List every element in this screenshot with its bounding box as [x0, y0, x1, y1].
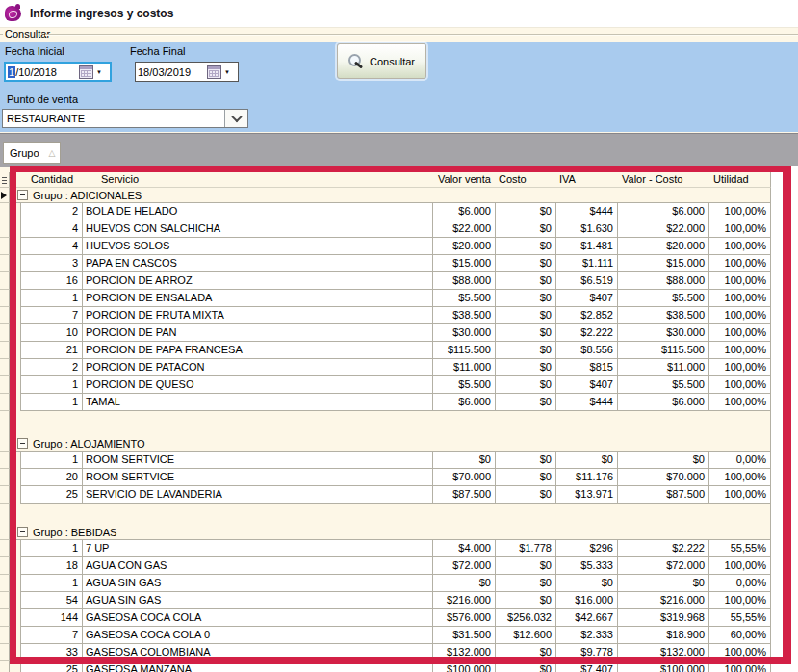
column-header-valor-costo[interactable]: Valor - Costo: [618, 172, 709, 188]
table-cell: $0: [556, 452, 618, 469]
dropdown-arrow-icon[interactable]: ▼: [224, 67, 238, 77]
row-indicator-cell: [0, 540, 10, 557]
table-cell: 100,00%: [709, 394, 771, 411]
table-cell: $6.000: [433, 203, 496, 220]
fecha-final-label: Fecha Final: [130, 45, 185, 57]
group-row[interactable]: Grupo : ALOJAMIENTO: [0, 436, 771, 452]
table-cell: $0: [433, 452, 496, 469]
collapse-group-icon[interactable]: [17, 527, 28, 537]
table-row[interactable]: 18AGUA CON GAS$72.000$0$5.333$72.000100,…: [0, 557, 771, 575]
table-row[interactable]: 20ROOM SERTVICE$70.000$0$11.176$70.00010…: [0, 469, 771, 486]
table-row[interactable]: 7PORCION DE FRUTA MIXTA$38.500$0$2.852$3…: [0, 307, 771, 324]
column-header-valor-venta[interactable]: Valor venta: [433, 172, 496, 188]
dropdown-arrow-icon[interactable]: ▼: [96, 67, 110, 77]
table-cell: $216.000: [618, 592, 709, 609]
table-row[interactable]: 2BOLA DE HELADO$6.000$0$444$6.000100,00%: [0, 203, 771, 220]
table-row[interactable]: 10PORCION DE PAN$30.000$0$2.222$30.00010…: [0, 324, 771, 342]
table-row[interactable]: 1PORCION DE QUESO$5.500$0$407$5.500100,0…: [0, 376, 771, 394]
sort-asc-icon: △: [49, 149, 56, 158]
table-cell: $11.000: [433, 359, 496, 376]
table-row[interactable]: 1PORCION DE ENSALADA$5.500$0$407$5.50010…: [0, 290, 771, 307]
table-row[interactable]: 33GASEOSA COLOMBIANA$132.000$0$9.778$132…: [0, 644, 771, 661]
punto-de-venta-select[interactable]: RESTAURANTE: [2, 109, 248, 128]
table-cell: $407: [556, 376, 618, 394]
table-cell: $88.000: [433, 272, 496, 290]
column-header-iva[interactable]: IVA: [556, 172, 618, 188]
calendar-icon[interactable]: [207, 65, 221, 79]
row-indent: [10, 592, 21, 609]
column-header-cantidad[interactable]: Cantidad: [10, 172, 83, 188]
table-cell: $2.333: [556, 627, 618, 644]
row-indent: [10, 469, 21, 486]
collapse-group-icon[interactable]: [17, 190, 28, 200]
group-chip-grupo[interactable]: Grupo △: [3, 142, 61, 164]
fecha-inicial-input[interactable]: 1/10/2018 ▼: [4, 62, 112, 82]
row-indicator-cell: [0, 376, 10, 394]
column-header-servicio[interactable]: Servicio: [83, 172, 433, 188]
group-label: Grupo : ADICIONALES: [33, 190, 142, 201]
column-header-costo[interactable]: Costo: [496, 172, 556, 188]
row-indent: [10, 644, 21, 661]
table-cell: AGUA SIN GAS: [83, 575, 433, 592]
table-row[interactable]: 17 UP$4.000$1.778$296$2.22255,55%: [0, 540, 771, 557]
table-cell: $5.500: [618, 290, 709, 307]
table-cell: $87.500: [618, 486, 709, 504]
table-row[interactable]: 25GASEOSA MANZANA$100.000$0$7.407$100.00…: [0, 661, 771, 672]
table-cell: $576.000: [433, 609, 496, 627]
table-cell: PORCION DE ENSALADA: [83, 290, 433, 307]
table-row[interactable]: 3PAPA EN CASCOS$15.000$0$1.111$15.000100…: [0, 255, 771, 272]
table-cell: $2.222: [618, 540, 709, 557]
table-cell: 100,00%: [709, 557, 771, 575]
table-cell: $216.000: [433, 592, 496, 609]
row-indent: [10, 203, 21, 220]
row-indent: [10, 452, 21, 469]
table-row[interactable]: 4HUEVOS SOLOS$20.000$0$1.481$20.000100,0…: [0, 238, 771, 255]
calendar-icon[interactable]: [79, 65, 93, 79]
table-row[interactable]: 144GASEOSA COCA COLA$576.000$256.032$42.…: [0, 609, 771, 627]
table-cell: $0: [496, 394, 556, 411]
table-cell: $38.500: [433, 307, 496, 324]
table-row[interactable]: 1AGUA SIN GAS$0$0$0$00,00%: [0, 575, 771, 592]
table-row[interactable]: 25SERVICIO DE LAVANDERIA$87.500$0$13.971…: [0, 486, 771, 504]
table-row[interactable]: 1TAMAL$6.000$0$444$6.000100,00%: [0, 394, 771, 411]
collapse-group-icon[interactable]: [17, 438, 28, 449]
table-cell: $15.000: [618, 255, 709, 272]
table-cell: 100,00%: [709, 307, 771, 324]
row-indicator-cell: [0, 307, 10, 324]
groupbox-line: [0, 34, 3, 35]
table-cell: $0: [496, 452, 556, 469]
table-row[interactable]: 21PORCION DE PAPA FRANCESA$115.500$0$8.5…: [0, 342, 771, 359]
table-cell: $5.500: [618, 376, 709, 394]
column-header-utilidad[interactable]: Utilidad: [709, 172, 771, 188]
table-cell: 0,00%: [709, 575, 771, 592]
table-cell: $22.000: [433, 220, 496, 238]
table-row[interactable]: 16PORCION DE ARROZ$88.000$0$6.519$88.000…: [0, 272, 771, 290]
table-row[interactable]: 4HUEVOS CON SALCHICHA$22.000$0$1.630$22.…: [0, 220, 771, 238]
fecha-final-value: 18/03/2019: [136, 66, 207, 78]
table-cell: 3: [21, 255, 83, 272]
consultar-button[interactable]: Consultar: [337, 43, 426, 79]
group-row[interactable]: Grupo : BEBIDAS: [0, 525, 771, 540]
table-cell: $4.000: [433, 540, 496, 557]
table-row[interactable]: 54AGUA SIN GAS$216.000$0$16.000$216.0001…: [0, 592, 771, 609]
table-cell: 7: [21, 627, 83, 644]
fecha-final-input[interactable]: 18/03/2019 ▼: [135, 62, 239, 82]
group-row[interactable]: Grupo : ADICIONALES: [0, 188, 771, 203]
table-cell: $70.000: [618, 469, 709, 486]
table-cell: $444: [556, 394, 618, 411]
table-cell: $0: [496, 376, 556, 394]
table-row[interactable]: 1ROOM SERTVICE$0$0$0$00,00%: [0, 452, 771, 469]
fecha-inicial-label: Fecha Inicial: [5, 45, 64, 57]
combo-dropdown-button[interactable]: [224, 110, 247, 127]
table-row[interactable]: 2PORCION DE PATACON$11.000$0$815$11.0001…: [0, 359, 771, 376]
table-cell: ROOM SERTVICE: [83, 469, 433, 486]
table-cell: 1: [21, 394, 83, 411]
table-cell: $0: [496, 486, 556, 504]
table-cell: $20.000: [618, 238, 709, 255]
row-indent: [10, 609, 21, 627]
chevron-down-icon: [231, 112, 242, 122]
table-cell: $407: [556, 290, 618, 307]
table-cell: $0: [496, 575, 556, 592]
row-indicator-cell: [0, 220, 10, 238]
table-row[interactable]: 7GASEOSA COCA COLA 0$31.500$12.600$2.333…: [0, 627, 771, 644]
